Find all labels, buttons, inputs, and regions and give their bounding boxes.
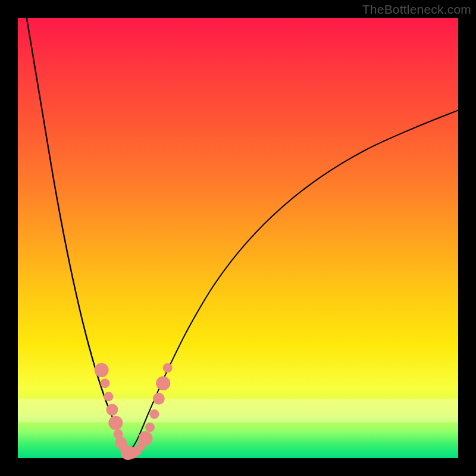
plot-area	[18, 18, 458, 458]
curve-left-arm	[27, 18, 128, 454]
curve-right-arm	[128, 110, 458, 453]
chart-frame: TheBottleneck.com	[0, 0, 476, 476]
bead-marker	[145, 422, 155, 432]
bead-marker	[156, 376, 170, 390]
bead-marker	[101, 378, 110, 388]
bead-marker	[139, 431, 153, 446]
watermark-text: TheBottleneck.com	[362, 2, 471, 17]
bead-marker	[149, 409, 159, 419]
bead-marker	[108, 416, 123, 430]
curve-group	[27, 18, 458, 454]
bead-marker	[104, 392, 113, 401]
bead-marker	[106, 404, 118, 416]
bead-marker	[95, 363, 109, 377]
bead-marker	[153, 393, 165, 405]
curve-layer	[18, 18, 458, 458]
bead-marker	[163, 363, 173, 372]
